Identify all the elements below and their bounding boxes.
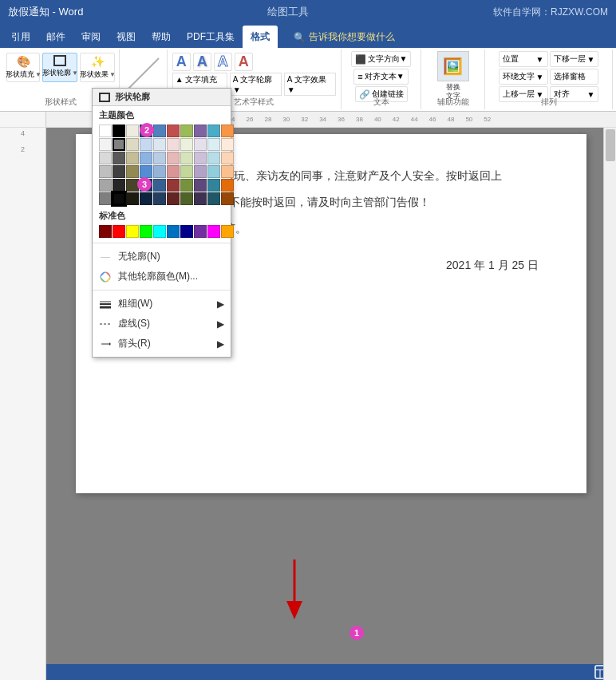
wordart-a2[interactable]: A	[193, 53, 211, 71]
wordart-a4[interactable]: A	[235, 53, 253, 71]
no-outline-item[interactable]: — 无轮廓(N)	[93, 247, 231, 267]
theme-color-38[interactable]	[207, 165, 220, 178]
theme-color-30[interactable]	[99, 165, 112, 178]
wrap-text-btn[interactable]: 环绕文字▼	[499, 69, 548, 85]
theme-color-17[interactable]	[194, 138, 207, 151]
arrows-item[interactable]: 箭头(R) ▶	[93, 334, 231, 354]
theme-color-48[interactable]	[207, 179, 220, 192]
position-btn[interactable]: 位置▼	[499, 51, 548, 67]
std-color-0[interactable]	[99, 225, 112, 238]
theme-color-37[interactable]	[194, 165, 207, 178]
ribbon-tab-bar: 引用 邮件 审阅 视图 帮助 PDF工具集 格式 🔍 告诉我你想要做什么	[0, 24, 616, 48]
more-colors-item[interactable]: 其他轮廓颜色(M)...	[93, 267, 231, 287]
std-color-9[interactable]	[221, 225, 234, 238]
theme-color-19[interactable]	[221, 138, 234, 151]
theme-color-29[interactable]	[221, 152, 234, 164]
theme-color-50[interactable]	[99, 192, 112, 205]
theme-color-41[interactable]	[113, 179, 125, 192]
scrollbar-thumb[interactable]	[606, 129, 615, 161]
theme-color-47[interactable]	[194, 179, 207, 192]
theme-color-31[interactable]	[113, 165, 125, 178]
theme-color-34[interactable]	[153, 165, 166, 178]
std-color-5[interactable]	[167, 225, 180, 238]
theme-color-18[interactable]	[207, 138, 220, 151]
text-outline-btn[interactable]: A 文字轮廓▼	[230, 73, 282, 96]
theme-color-21[interactable]	[113, 152, 125, 164]
theme-color-52[interactable]	[126, 192, 139, 205]
theme-color-57[interactable]	[194, 192, 207, 205]
theme-color-44[interactable]	[153, 179, 166, 192]
theme-color-49[interactable]	[221, 179, 234, 192]
theme-color-7[interactable]	[194, 125, 207, 137]
select-pane-btn[interactable]: 选择窗格	[550, 69, 599, 85]
std-color-1[interactable]	[113, 225, 125, 238]
tab-format[interactable]: 格式	[243, 26, 278, 48]
std-color-7[interactable]	[194, 225, 207, 238]
theme-color-16[interactable]	[180, 138, 193, 151]
theme-color-11[interactable]	[113, 138, 125, 151]
vertical-scrollbar[interactable]	[603, 128, 616, 680]
theme-color-32[interactable]	[126, 165, 139, 178]
theme-color-56[interactable]	[180, 192, 193, 205]
theme-color-46[interactable]	[180, 179, 193, 192]
shape-outline-button[interactable]: 形状轮廓 ▼	[42, 53, 77, 82]
std-color-4[interactable]	[153, 225, 166, 238]
theme-color-9[interactable]	[221, 125, 234, 137]
theme-color-54[interactable]	[153, 192, 166, 205]
theme-color-12[interactable]	[126, 138, 139, 151]
shape-fill-button[interactable]: 🎨 形状填充 ▼	[6, 53, 40, 82]
theme-color-33[interactable]	[140, 165, 152, 178]
theme-color-6[interactable]	[180, 125, 193, 137]
theme-color-58[interactable]	[207, 192, 220, 205]
align-btn[interactable]: 对齐▼	[550, 86, 599, 102]
theme-color-23[interactable]	[140, 152, 152, 164]
tab-citation[interactable]: 引用	[3, 26, 38, 48]
std-color-3[interactable]	[140, 225, 152, 238]
theme-color-59[interactable]	[221, 192, 234, 205]
theme-color-27[interactable]	[194, 152, 207, 164]
theme-color-26[interactable]	[180, 152, 193, 164]
dashes-item[interactable]: 虚线(S) ▶	[93, 314, 231, 334]
theme-color-13[interactable]	[140, 138, 152, 151]
replace-icon[interactable]: 🖼️	[437, 51, 469, 81]
theme-color-51[interactable]	[113, 192, 125, 205]
shape-effect-button[interactable]: ✨ 形状效果 ▼	[80, 53, 115, 82]
std-color-8[interactable]	[207, 225, 220, 238]
theme-color-10[interactable]	[99, 138, 112, 151]
weight-item[interactable]: 粗细(W) ▶	[93, 294, 231, 314]
theme-color-45[interactable]	[167, 179, 180, 192]
theme-color-22[interactable]	[126, 152, 139, 164]
theme-color-15[interactable]	[167, 138, 180, 151]
theme-color-55[interactable]	[167, 192, 180, 205]
theme-color-28[interactable]	[207, 152, 220, 164]
theme-color-4[interactable]	[153, 125, 166, 137]
tab-help[interactable]: 帮助	[144, 26, 179, 48]
theme-color-24[interactable]	[153, 152, 166, 164]
tab-pdf[interactable]: PDF工具集	[179, 26, 243, 48]
theme-color-53[interactable]	[140, 192, 152, 205]
theme-color-39[interactable]	[221, 165, 234, 178]
bring-forward-btn[interactable]: 下移一层▼	[550, 51, 599, 67]
theme-color-5[interactable]	[167, 125, 180, 137]
theme-color-2[interactable]	[126, 125, 139, 137]
theme-color-25[interactable]	[167, 152, 180, 164]
text-effect-btn[interactable]: A 文字效果▼	[284, 73, 336, 96]
std-color-6[interactable]	[180, 225, 193, 238]
wordart-a1[interactable]: A	[172, 53, 191, 71]
theme-color-35[interactable]	[167, 165, 180, 178]
theme-color-20[interactable]	[99, 152, 112, 164]
theme-color-0[interactable]	[99, 125, 112, 137]
search-tab[interactable]: 🔍 告诉我你想要做什么	[286, 26, 403, 48]
theme-color-14[interactable]	[153, 138, 166, 151]
tab-review[interactable]: 审阅	[73, 26, 109, 48]
tab-mail[interactable]: 邮件	[38, 26, 73, 48]
std-color-2[interactable]	[126, 225, 139, 238]
tab-view[interactable]: 视图	[109, 26, 144, 48]
wordart-a3[interactable]: A	[214, 53, 232, 71]
text-direction-btn[interactable]: ⬛ 文字方向▼	[351, 51, 412, 67]
theme-color-8[interactable]	[207, 125, 220, 137]
theme-color-1[interactable]	[113, 125, 125, 137]
theme-color-40[interactable]	[99, 179, 112, 192]
theme-color-36[interactable]	[180, 165, 193, 178]
align-text-btn[interactable]: ≡ 对齐文本▼	[353, 69, 408, 85]
